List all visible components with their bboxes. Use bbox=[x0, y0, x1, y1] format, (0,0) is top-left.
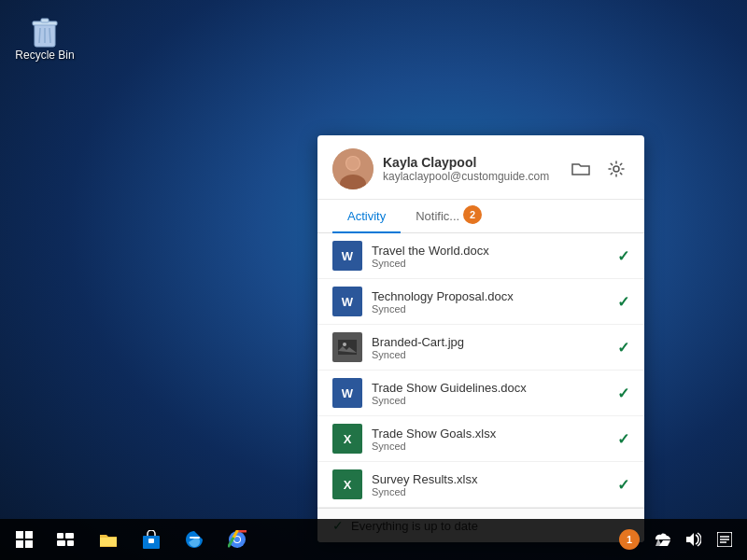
avatar bbox=[332, 148, 374, 189]
svg-line-5 bbox=[49, 28, 50, 43]
recycle-bin-icon[interactable]: Recycle Bin bbox=[7, 7, 82, 65]
svg-rect-18 bbox=[65, 533, 74, 539]
panel-tabs: Activity Notific... 2 bbox=[317, 200, 644, 233]
word-icon: W bbox=[332, 378, 362, 408]
windows-icon bbox=[13, 528, 35, 551]
tray-number-badge: 1 bbox=[619, 529, 640, 550]
svg-rect-15 bbox=[16, 540, 23, 548]
word-icon: W bbox=[332, 241, 362, 271]
taskbar-items bbox=[45, 519, 614, 560]
sync-checkmark: ✓ bbox=[617, 293, 629, 311]
excel-icon: X bbox=[332, 469, 362, 499]
user-name: Kayla Claypool bbox=[383, 155, 568, 170]
tab-notifications[interactable]: Notific... 2 bbox=[401, 200, 474, 232]
user-info: Kayla Claypool kaylaclaypool@customguide… bbox=[383, 155, 568, 183]
word-icon: W bbox=[332, 287, 362, 316]
chrome-icon bbox=[226, 528, 248, 551]
svg-rect-17 bbox=[57, 533, 63, 539]
settings-button[interactable] bbox=[603, 156, 629, 182]
file-info: Branded-Cart.jpg Synced bbox=[372, 335, 608, 360]
file-info: Survey Results.xlsx Synced bbox=[372, 472, 608, 497]
sync-checkmark: ✓ bbox=[617, 476, 629, 494]
file-list: W Travel the World.docx Synced ✓ W Techn… bbox=[317, 233, 644, 508]
tray-badge-button[interactable]: 1 bbox=[614, 519, 644, 560]
svg-rect-20 bbox=[67, 540, 74, 546]
header-icons bbox=[568, 156, 629, 182]
sync-checkmark: ✓ bbox=[617, 385, 629, 402]
file-info: Trade Show Guidelines.docx Synced bbox=[372, 381, 608, 406]
svg-rect-14 bbox=[25, 531, 33, 539]
svg-point-10 bbox=[613, 166, 619, 172]
svg-rect-2 bbox=[41, 19, 49, 22]
svg-point-12 bbox=[343, 343, 346, 346]
desktop: Recycle Bin Kayla Claypool kaylaclaypool… bbox=[0, 0, 747, 560]
recycle-bin-label: Recycle Bin bbox=[15, 49, 74, 62]
sync-checkmark: ✓ bbox=[617, 247, 629, 265]
volume-tray-icon[interactable] bbox=[678, 519, 708, 560]
task-view-icon bbox=[54, 528, 77, 551]
store-button[interactable] bbox=[131, 519, 172, 560]
svg-rect-16 bbox=[25, 540, 33, 548]
file-item[interactable]: W Technology Proposal.docx Synced ✓ bbox=[317, 279, 644, 325]
file-explorer-button[interactable] bbox=[88, 519, 129, 560]
tab-activity[interactable]: Activity bbox=[332, 200, 401, 232]
svg-point-9 bbox=[346, 157, 359, 170]
edge-icon bbox=[183, 528, 205, 551]
svg-rect-19 bbox=[57, 540, 65, 546]
svg-rect-22 bbox=[148, 539, 154, 543]
sync-checkmark: ✓ bbox=[617, 339, 629, 357]
panel-header: Kayla Claypool kaylaclaypool@customguide… bbox=[317, 135, 644, 200]
taskbar: 1 bbox=[0, 519, 747, 560]
file-info: Travel the World.docx Synced bbox=[372, 244, 608, 269]
svg-point-25 bbox=[234, 537, 240, 542]
open-folder-button[interactable] bbox=[568, 156, 594, 182]
file-info: Trade Show Goals.xlsx Synced bbox=[372, 427, 608, 452]
edge-button[interactable] bbox=[174, 519, 215, 560]
notification-center-button[interactable] bbox=[710, 519, 740, 560]
user-email: kaylaclaypool@customguide.com bbox=[383, 170, 568, 183]
svg-rect-13 bbox=[16, 531, 23, 539]
onedrive-tray-icon[interactable] bbox=[646, 519, 676, 560]
onedrive-panel: Kayla Claypool kaylaclaypool@customguide… bbox=[317, 135, 644, 542]
file-item[interactable]: W Travel the World.docx Synced ✓ bbox=[317, 233, 644, 279]
file-item[interactable]: W Trade Show Guidelines.docx Synced ✓ bbox=[317, 371, 644, 416]
svg-line-3 bbox=[39, 28, 40, 43]
file-item[interactable]: X Survey Results.xlsx Synced ✓ bbox=[317, 462, 644, 508]
image-icon bbox=[332, 332, 362, 362]
sync-checkmark: ✓ bbox=[617, 430, 629, 448]
notifications-badge: 2 bbox=[463, 205, 482, 224]
task-view-button[interactable] bbox=[45, 519, 86, 560]
file-item[interactable]: Branded-Cart.jpg Synced ✓ bbox=[317, 325, 644, 371]
file-info: Technology Proposal.docx Synced bbox=[372, 289, 608, 315]
file-explorer-icon bbox=[97, 528, 120, 551]
file-item[interactable]: X Trade Show Goals.xlsx Synced ✓ bbox=[317, 416, 644, 462]
chrome-button[interactable] bbox=[217, 519, 258, 560]
store-icon bbox=[140, 528, 162, 551]
excel-icon: X bbox=[332, 424, 362, 454]
start-button[interactable] bbox=[4, 519, 45, 560]
system-tray: 1 bbox=[614, 519, 743, 560]
